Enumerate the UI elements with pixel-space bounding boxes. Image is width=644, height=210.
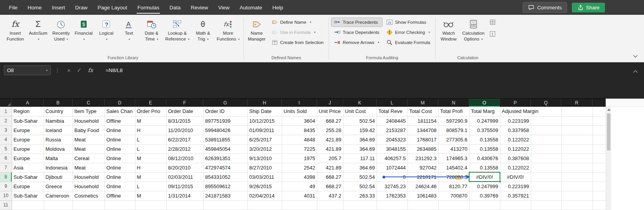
cell-k4[interactable]: 364.69 — [343, 135, 377, 144]
cell-a5[interactable]: Europe — [12, 144, 44, 154]
cell-o11[interactable] — [469, 200, 500, 210]
cell-f6[interactable]: 08/12/2010 — [166, 154, 203, 163]
cell-g10[interactable]: 241871583 — [203, 191, 247, 200]
cell-j9[interactable]: 668.27 — [317, 182, 343, 191]
menu-item-formulas[interactable]: Formulas — [132, 0, 164, 15]
cell-i10[interactable]: 4031 — [282, 191, 317, 200]
row-header-8[interactable]: 8 — [0, 172, 12, 182]
calculation-options-button[interactable]: CalculationOptions ▾ — [460, 16, 487, 55]
cell-h4[interactable]: 6/25/2017 — [247, 135, 282, 144]
menu-item-insert[interactable]: Insert — [47, 0, 70, 15]
cell-n3[interactable]: 808579.1 — [438, 125, 469, 135]
column-header-k[interactable]: K — [343, 99, 377, 107]
cell-j4[interactable]: 421.89 — [317, 135, 343, 144]
cell-r8[interactable] — [561, 172, 592, 182]
calculate-now-button[interactable] — [487, 18, 498, 28]
cell-c5[interactable]: Meat — [73, 144, 105, 154]
row-header-7[interactable]: 7 — [0, 163, 12, 172]
cell-n10[interactable]: 700870 — [438, 191, 469, 200]
cell-d9[interactable]: Online — [105, 182, 135, 191]
column-header-e[interactable]: E — [135, 99, 166, 107]
cell-k7[interactable]: 364.69 — [343, 163, 377, 172]
cell-o8[interactable]: #DIV/0! — [469, 172, 500, 182]
cell-e1[interactable]: Order Prio — [135, 107, 166, 116]
cell-f5[interactable]: 2/28/2012 — [166, 144, 203, 154]
cell-l8[interactable]: 0 — [377, 172, 407, 182]
cell-l2[interactable]: 2408445 — [377, 116, 407, 125]
trace-precedents-button[interactable]: Trace Precedents — [331, 18, 382, 26]
cell-e2[interactable]: M — [135, 116, 166, 125]
cell-n6[interactable]: 174965.3 — [438, 154, 469, 163]
column-header-p[interactable]: P — [500, 99, 531, 107]
name-box-dropdown-icon[interactable]: ▾ — [46, 69, 48, 72]
cell-o1[interactable]: Total Marg — [469, 107, 500, 116]
cell-b3[interactable]: Iceland — [44, 125, 73, 135]
cell-p3[interactable]: 0.337958 — [500, 125, 531, 135]
column-header-i[interactable]: I — [282, 99, 317, 107]
create-from-selection-button[interactable]: Create from Selection — [269, 38, 326, 47]
cell-k2[interactable]: 502.54 — [343, 116, 377, 125]
collapse-ribbon-icon[interactable] — [633, 52, 638, 59]
cell-j3[interactable]: 255.28 — [317, 125, 343, 135]
lookup-reference-button[interactable]: Lookup &Reference ▾ — [163, 16, 192, 55]
cell-a7[interactable]: Asia — [12, 163, 44, 172]
menu-item-home[interactable]: Home — [23, 0, 47, 15]
insert-function-fx-icon[interactable]: fx — [88, 67, 93, 73]
define-name-button[interactable]: Define Name▾ — [269, 18, 326, 26]
name-manager-button[interactable]: NameManager — [246, 16, 268, 55]
column-header-m[interactable]: M — [407, 99, 438, 107]
cell-c4[interactable]: Meat — [73, 135, 105, 144]
cell-h11[interactable] — [247, 200, 282, 210]
cell-g11[interactable] — [203, 200, 247, 210]
column-header-a[interactable]: A — [12, 99, 44, 107]
cell-j11[interactable] — [317, 200, 343, 210]
cell-l7[interactable]: 1072444 — [377, 163, 407, 172]
cell-q7[interactable] — [531, 163, 561, 172]
cell-p8[interactable]: #DIV/0! — [500, 172, 531, 182]
menu-item-file[interactable]: File — [4, 0, 23, 15]
cell-b10[interactable]: Cameroon — [44, 191, 73, 200]
watch-window-button[interactable]: WatchWindow — [437, 16, 460, 55]
cell-q6[interactable] — [531, 154, 561, 163]
cell-k9[interactable]: 502.54 — [343, 182, 377, 191]
cell-g1[interactable]: Order ID — [203, 107, 247, 116]
column-header-n[interactable]: N — [438, 99, 469, 107]
cell-k8[interactable]: 502.54 — [343, 172, 377, 182]
row-header-1[interactable]: 1 — [0, 107, 12, 116]
remove-arrows-button[interactable]: Remove Arrows▾ — [331, 38, 382, 47]
cell-r6[interactable] — [561, 154, 592, 163]
cell-i6[interactable]: 1975 — [282, 154, 317, 163]
cell-h7[interactable]: 8/27/2010 — [247, 163, 282, 172]
cell-l5[interactable]: 3048155 — [377, 144, 407, 154]
cell-i5[interactable]: 7225 — [282, 144, 317, 154]
share-button[interactable]: Share — [572, 3, 605, 12]
cell-g4[interactable]: 538911855 — [203, 135, 247, 144]
cell-n8[interactable]: 728880.5 — [438, 172, 469, 182]
menu-item-draw[interactable]: Draw — [70, 0, 93, 15]
cell-p11[interactable] — [500, 200, 531, 210]
cell-a8[interactable]: Sub-Sahar — [12, 172, 44, 182]
cell-l1[interactable]: Total Reve — [377, 107, 407, 116]
cell-h10[interactable]: 02/04/2014 — [247, 191, 282, 200]
cell-c2[interactable]: Household — [73, 116, 105, 125]
column-header-c[interactable]: C — [73, 99, 105, 107]
cell-o4[interactable]: 0.13558 — [469, 135, 500, 144]
use-in-formula-button[interactable]: Use in Formula▾ — [269, 28, 326, 37]
cell-e4[interactable]: L — [135, 135, 166, 144]
cell-j10[interactable]: 437.2 — [317, 191, 343, 200]
enter-icon[interactable]: ✓ — [77, 67, 82, 74]
cell-e9[interactable]: L — [135, 182, 166, 191]
cell-d10[interactable]: Offline — [105, 191, 135, 200]
cell-a11[interactable] — [12, 200, 44, 210]
cell-r9[interactable] — [561, 182, 592, 191]
name-box[interactable]: O8 ▾ — [4, 65, 51, 75]
cell-k11[interactable] — [343, 200, 377, 210]
cell-q11[interactable] — [531, 200, 561, 210]
cell-o5[interactable]: 0.13558 — [469, 144, 500, 154]
cell-b6[interactable]: Malta — [44, 154, 73, 163]
cell-q2[interactable] — [531, 116, 561, 125]
cell-a1[interactable]: Region — [12, 107, 44, 116]
cell-n4[interactable]: 277305.6 — [438, 135, 469, 144]
cell-g9[interactable]: 895509612 — [203, 182, 247, 191]
cell-b5[interactable]: Moldova — [44, 144, 73, 154]
